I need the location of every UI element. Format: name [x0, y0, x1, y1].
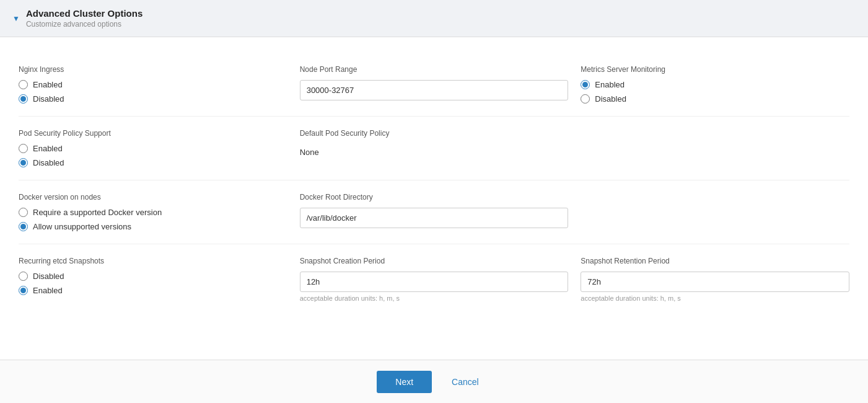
metrics-server-enabled-radio[interactable]: [581, 80, 590, 89]
page-wrapper: ▼ Advanced Cluster Options Customize adv…: [0, 0, 868, 403]
metrics-server-disabled-label: Disabled: [595, 94, 626, 104]
docker-allow-option[interactable]: Allow unsupported versions: [19, 222, 287, 231]
pod-security-disabled-radio[interactable]: [19, 158, 28, 167]
nginx-ingress-group: Nginx Ingress Enabled Disabled: [19, 65, 287, 104]
default-pod-security-group: Default Pod Security Policy None: [300, 129, 569, 167]
row-2: Pod Security Policy Support Enabled Disa…: [19, 117, 849, 180]
nginx-ingress-disabled-label: Disabled: [33, 94, 64, 104]
nginx-ingress-radio-group: Enabled Disabled: [19, 80, 287, 104]
etcd-enabled-radio[interactable]: [19, 286, 28, 295]
snapshot-retention-group: Snapshot Retention Period acceptable dur…: [581, 257, 849, 302]
node-port-range-input[interactable]: [300, 80, 569, 100]
nginx-ingress-enabled-radio[interactable]: [19, 80, 28, 89]
content-area: Nginx Ingress Enabled Disabled Node Port…: [0, 37, 868, 360]
docker-require-radio[interactable]: [19, 208, 28, 217]
metrics-server-enabled-label: Enabled: [595, 80, 625, 89]
snapshot-creation-group: Snapshot Creation Period acceptable dura…: [300, 257, 569, 302]
snapshot-creation-input[interactable]: [300, 272, 569, 292]
etcd-disabled-option[interactable]: Disabled: [19, 272, 287, 281]
section-header: ▼ Advanced Cluster Options Customize adv…: [0, 0, 868, 37]
metrics-server-radio-group: Enabled Disabled: [581, 80, 849, 104]
snapshot-retention-hint: acceptable duration units: h, m, s: [581, 294, 849, 302]
docker-root-dir-group: Docker Root Directory: [300, 193, 569, 231]
node-port-range-group: Node Port Range: [300, 65, 569, 104]
row-4: Recurring etcd Snapshots Disabled Enable…: [19, 244, 849, 314]
metrics-server-disabled-option[interactable]: Disabled: [581, 94, 849, 104]
metrics-server-disabled-radio[interactable]: [581, 94, 590, 104]
snapshot-retention-label: Snapshot Retention Period: [581, 257, 849, 265]
section-title: Advanced Cluster Options: [26, 8, 142, 19]
node-port-range-label: Node Port Range: [300, 65, 569, 74]
snapshot-creation-hint: acceptable duration units: h, m, s: [300, 294, 569, 302]
pod-security-policy-group: Pod Security Policy Support Enabled Disa…: [19, 129, 287, 167]
docker-allow-label: Allow unsupported versions: [33, 222, 131, 231]
chevron-down-icon: ▼: [12, 14, 20, 23]
pod-security-enabled-radio[interactable]: [19, 144, 28, 153]
nginx-ingress-disabled-option[interactable]: Disabled: [19, 94, 287, 104]
nginx-ingress-enabled-label: Enabled: [33, 80, 63, 89]
snapshot-retention-input[interactable]: [581, 272, 849, 292]
metrics-server-group: Metrics Server Monitoring Enabled Disabl…: [581, 65, 849, 104]
pod-security-enabled-option[interactable]: Enabled: [19, 144, 287, 153]
docker-root-dir-label: Docker Root Directory: [300, 193, 569, 202]
docker-root-dir-input[interactable]: [300, 208, 569, 228]
row-1: Nginx Ingress Enabled Disabled Node Port…: [19, 53, 849, 117]
next-button[interactable]: Next: [377, 371, 432, 393]
recurring-etcd-group: Recurring etcd Snapshots Disabled Enable…: [19, 257, 287, 302]
snapshot-creation-label: Snapshot Creation Period: [300, 257, 569, 265]
pod-security-enabled-label: Enabled: [33, 144, 63, 153]
section-header-text: Advanced Cluster Options Customize advan…: [26, 8, 142, 29]
pod-security-radio-group: Enabled Disabled: [19, 144, 287, 167]
recurring-etcd-radio-group: Disabled Enabled: [19, 272, 287, 295]
cancel-button[interactable]: Cancel: [439, 371, 491, 393]
etcd-disabled-label: Disabled: [33, 272, 64, 281]
row3-col3-empty: [581, 193, 849, 231]
docker-require-option[interactable]: Require a supported Docker version: [19, 208, 287, 217]
docker-version-group: Docker version on nodes Require a suppor…: [19, 193, 287, 231]
default-pod-security-label: Default Pod Security Policy: [300, 129, 569, 138]
etcd-disabled-radio[interactable]: [19, 272, 28, 281]
recurring-etcd-label: Recurring etcd Snapshots: [19, 257, 287, 265]
nginx-ingress-disabled-radio[interactable]: [19, 94, 28, 104]
nginx-ingress-label: Nginx Ingress: [19, 65, 287, 74]
docker-version-label: Docker version on nodes: [19, 193, 287, 202]
row-3: Docker version on nodes Require a suppor…: [19, 180, 849, 244]
row2-col3-empty: [581, 129, 849, 167]
pod-security-policy-label: Pod Security Policy Support: [19, 129, 287, 138]
default-pod-security-value: None: [300, 144, 569, 157]
pod-security-disabled-label: Disabled: [33, 158, 64, 167]
section-subtitle: Customize advanced options: [26, 20, 142, 29]
metrics-server-enabled-option[interactable]: Enabled: [581, 80, 849, 89]
docker-require-label: Require a supported Docker version: [33, 208, 162, 217]
footer: Next Cancel: [0, 360, 868, 403]
nginx-ingress-enabled-option[interactable]: Enabled: [19, 80, 287, 89]
etcd-enabled-option[interactable]: Enabled: [19, 286, 287, 295]
docker-version-radio-group: Require a supported Docker version Allow…: [19, 208, 287, 231]
docker-allow-radio[interactable]: [19, 222, 28, 231]
metrics-server-label: Metrics Server Monitoring: [581, 65, 849, 74]
etcd-enabled-label: Enabled: [33, 286, 63, 295]
pod-security-disabled-option[interactable]: Disabled: [19, 158, 287, 167]
